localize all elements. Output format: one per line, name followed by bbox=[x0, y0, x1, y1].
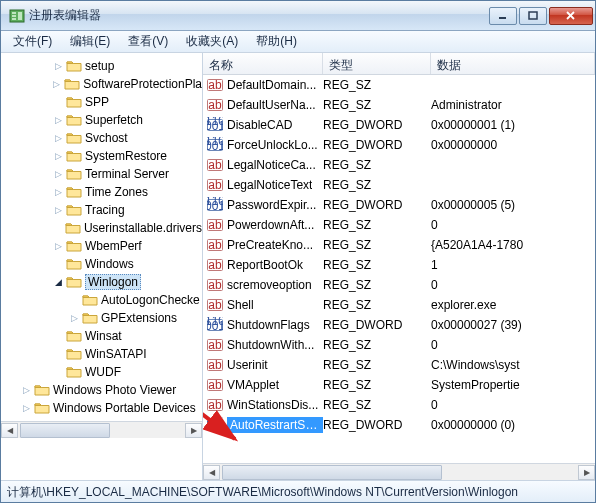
menu-view[interactable]: 查看(V) bbox=[120, 31, 176, 52]
value-name: DefaultDomain... bbox=[227, 78, 316, 92]
regedit-icon bbox=[9, 8, 25, 24]
tree-node[interactable]: ▷SystemRestore bbox=[3, 147, 202, 165]
tree-hscrollbar[interactable]: ◀ ▶ bbox=[1, 421, 202, 438]
svg-text:001: 001 bbox=[207, 419, 223, 433]
value-data: explorer.exe bbox=[431, 298, 595, 312]
tree-node[interactable]: ▷GPExtensions bbox=[3, 309, 202, 327]
expand-icon[interactable]: ▷ bbox=[51, 185, 65, 199]
value-name: PasswordExpir... bbox=[227, 198, 316, 212]
value-row[interactable]: abWinStationsDis...REG_SZ0 bbox=[203, 395, 595, 415]
value-row[interactable]: abShutdownWith...REG_SZ0 bbox=[203, 335, 595, 355]
value-row[interactable]: abVMAppletREG_SZSystemPropertie bbox=[203, 375, 595, 395]
column-type[interactable]: 类型 bbox=[323, 53, 431, 74]
value-row[interactable]: 110001ForceUnlockLo...REG_DWORD0x0000000… bbox=[203, 135, 595, 155]
collapse-icon[interactable]: ◢ bbox=[51, 275, 65, 289]
menu-file[interactable]: 文件(F) bbox=[5, 31, 60, 52]
tree-node[interactable]: ▷Superfetch bbox=[3, 111, 202, 129]
svg-text:ab: ab bbox=[208, 158, 222, 172]
svg-text:001: 001 bbox=[207, 199, 223, 213]
menu-help[interactable]: 帮助(H) bbox=[248, 31, 305, 52]
tree-node[interactable]: ▷Tracing bbox=[3, 201, 202, 219]
tree-node[interactable]: ▷WbemPerf bbox=[3, 237, 202, 255]
expand-icon[interactable]: ▷ bbox=[51, 59, 65, 73]
value-row[interactable]: abLegalNoticeTextREG_SZ bbox=[203, 175, 595, 195]
menu-edit[interactable]: 编辑(E) bbox=[62, 31, 118, 52]
maximize-button[interactable] bbox=[519, 7, 547, 25]
column-name[interactable]: 名称 bbox=[203, 53, 323, 74]
tree-node[interactable]: Userinstallable.drivers bbox=[3, 219, 202, 237]
value-row[interactable]: 110001DisableCADREG_DWORD0x00000001 (1) bbox=[203, 115, 595, 135]
minimize-button[interactable] bbox=[489, 7, 517, 25]
tree-node[interactable]: ▷Svchost bbox=[3, 129, 202, 147]
scroll-right-icon[interactable]: ▶ bbox=[185, 423, 202, 438]
expand-icon[interactable]: ▷ bbox=[51, 113, 65, 127]
value-row[interactable]: abPowerdownAft...REG_SZ0 bbox=[203, 215, 595, 235]
value-row[interactable]: abUserinitREG_SZC:\Windows\syst bbox=[203, 355, 595, 375]
value-row[interactable]: abDefaultDomain...REG_SZ bbox=[203, 75, 595, 95]
string-icon: ab bbox=[207, 97, 223, 113]
expand-icon[interactable]: ▷ bbox=[51, 131, 65, 145]
value-name: VMApplet bbox=[227, 378, 279, 392]
string-icon: ab bbox=[207, 297, 223, 313]
value-data: 0x00000000 (0) bbox=[431, 418, 595, 432]
folder-icon bbox=[82, 293, 98, 307]
string-icon: ab bbox=[207, 397, 223, 413]
value-row[interactable]: 110001PasswordExpir...REG_DWORD0x0000000… bbox=[203, 195, 595, 215]
value-row[interactable]: abLegalNoticeCa...REG_SZ bbox=[203, 155, 595, 175]
expand-icon[interactable]: ▷ bbox=[51, 239, 65, 253]
scroll-left-icon[interactable]: ◀ bbox=[203, 465, 220, 480]
menu-favorites[interactable]: 收藏夹(A) bbox=[178, 31, 246, 52]
svg-text:ab: ab bbox=[208, 358, 222, 372]
tree-node[interactable]: AutoLogonChecke bbox=[3, 291, 202, 309]
tree-node[interactable]: ▷Time Zones bbox=[3, 183, 202, 201]
value-row[interactable]: abReportBootOkREG_SZ1 bbox=[203, 255, 595, 275]
tree-node[interactable]: ▷Windows Photo Viewer bbox=[3, 381, 202, 399]
tree-node[interactable]: ▷setup bbox=[3, 57, 202, 75]
expand-icon[interactable]: ▷ bbox=[67, 311, 81, 325]
value-row[interactable]: abscremoveoptionREG_SZ0 bbox=[203, 275, 595, 295]
value-list[interactable]: abDefaultDomain...REG_SZabDefaultUserNa.… bbox=[203, 75, 595, 463]
expand-icon[interactable]: ▷ bbox=[19, 383, 33, 397]
tree-node[interactable]: WinSATAPI bbox=[3, 345, 202, 363]
tree-node[interactable]: SPP bbox=[3, 93, 202, 111]
svg-rect-4 bbox=[18, 12, 22, 20]
tree-node[interactable]: ◢Winlogon bbox=[3, 273, 202, 291]
list-hscrollbar[interactable]: ◀ ▶ bbox=[203, 463, 595, 480]
titlebar[interactable]: 注册表编辑器 bbox=[1, 1, 595, 31]
expand-icon[interactable]: ▷ bbox=[51, 203, 65, 217]
folder-icon bbox=[66, 167, 82, 181]
scroll-thumb[interactable] bbox=[222, 465, 442, 480]
dword-icon: 110001 bbox=[207, 317, 223, 333]
value-row[interactable]: abShellREG_SZexplorer.exe bbox=[203, 295, 595, 315]
expand-icon[interactable]: ▷ bbox=[51, 167, 65, 181]
tree-node[interactable]: ▷SoftwareProtectionPla bbox=[3, 75, 202, 93]
expander-empty bbox=[51, 347, 65, 361]
tree-node-label: GPExtensions bbox=[101, 311, 177, 325]
value-data: {A520A1A4-1780 bbox=[431, 238, 595, 252]
scroll-left-icon[interactable]: ◀ bbox=[1, 423, 18, 438]
tree-node[interactable]: Winsat bbox=[3, 327, 202, 345]
value-row[interactable]: 110001ShutdownFlagsREG_DWORD0x00000027 (… bbox=[203, 315, 595, 335]
column-data[interactable]: 数据 bbox=[431, 53, 595, 74]
close-button[interactable] bbox=[549, 7, 593, 25]
tree-node-label: Windows Portable Devices bbox=[53, 401, 196, 415]
expand-icon[interactable]: ▷ bbox=[50, 77, 64, 91]
string-icon: ab bbox=[207, 77, 223, 93]
tree-node[interactable]: WUDF bbox=[3, 363, 202, 381]
tree-node[interactable]: ▷Terminal Server bbox=[3, 165, 202, 183]
expand-icon[interactable]: ▷ bbox=[51, 149, 65, 163]
scroll-right-icon[interactable]: ▶ bbox=[578, 465, 595, 480]
value-type: REG_SZ bbox=[323, 178, 431, 192]
svg-text:ab: ab bbox=[208, 338, 222, 352]
value-row[interactable]: abPreCreateKno...REG_SZ{A520A1A4-1780 bbox=[203, 235, 595, 255]
value-row[interactable]: 110001AutoRestrartSh...REG_DWORD0x000000… bbox=[203, 415, 595, 435]
svg-rect-2 bbox=[12, 15, 16, 17]
expand-icon[interactable]: ▷ bbox=[19, 401, 33, 415]
tree-node-label: Superfetch bbox=[85, 113, 143, 127]
scroll-thumb[interactable] bbox=[20, 423, 110, 438]
folder-icon bbox=[66, 149, 82, 163]
value-row[interactable]: abDefaultUserNa...REG_SZAdministrator bbox=[203, 95, 595, 115]
tree-pane[interactable]: ▷setup▷SoftwareProtectionPlaSPP▷Superfet… bbox=[1, 53, 203, 480]
tree-node[interactable]: ▷Windows Portable Devices bbox=[3, 399, 202, 417]
tree-node[interactable]: Windows bbox=[3, 255, 202, 273]
